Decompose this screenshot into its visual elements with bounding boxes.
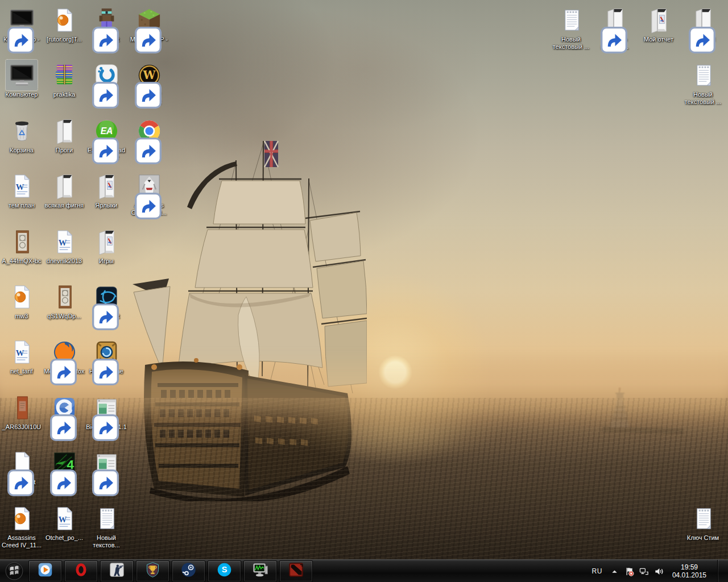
- svg-text:S: S: [222, 565, 228, 574]
- desktop-icon-folder-with-items-14[interactable]: Ярлыки: [85, 171, 127, 209]
- notepad-file-icon: [555, 5, 587, 35]
- torrent-file-icon: [6, 503, 38, 534]
- desktop-icon-white-folder-9[interactable]: Проги: [43, 115, 85, 154]
- image-thumbnail-icon: [6, 226, 38, 257]
- my-computer-icon: [6, 60, 38, 90]
- desktop-icon-white-folder-35[interactable]: отчет по практик...: [594, 5, 636, 51]
- desktop-icon-word-document-12[interactable]: Wтем план: [1, 171, 43, 209]
- battle-net-icon: [90, 281, 122, 312]
- raidcall-icon: [48, 392, 80, 423]
- show-desktop-button[interactable]: [717, 560, 722, 582]
- desktop-icon-folder-with-items-18[interactable]: Игры: [85, 226, 127, 265]
- desktop-icon-torrent-file-1[interactable]: [rutor.org]T...: [43, 5, 85, 43]
- my-computer-icon: [6, 5, 38, 35]
- opera-icon: [73, 562, 89, 580]
- taskbar-app-steam[interactable]: [172, 560, 205, 582]
- shortcut-arrow-overlay-icon: [92, 304, 100, 311]
- network-icon[interactable]: [639, 567, 649, 576]
- start-button[interactable]: [0, 560, 28, 582]
- notepad-file-icon: [687, 60, 719, 90]
- desktop-icon-notepad-file-38[interactable]: Новый текстовый ...: [682, 60, 724, 106]
- desktop-icon-iw3mp-29[interactable]: 4iw3mp - Ярлык: [43, 447, 85, 493]
- desktop-icon-notepad-file-33[interactable]: Новый текстов...: [85, 503, 127, 549]
- desktop-icon-battle-net-21[interactable]: Battle.net: [85, 281, 127, 320]
- desktop-icon-label: Новый текстовый ...: [682, 91, 724, 106]
- hearthstone-icon: [90, 336, 122, 367]
- shortcut-arrow-overlay-icon: [135, 138, 143, 146]
- trophy-game-icon: [144, 562, 161, 580]
- taskbar-app-opera[interactable]: [64, 560, 98, 582]
- desktop-icon-label: qS1WqDp...: [47, 313, 81, 320]
- blank-file-icon: [6, 447, 38, 478]
- shortcut-arrow-overlay-icon: [7, 27, 15, 35]
- volume-icon[interactable]: [654, 567, 664, 576]
- white-folder-icon: [687, 5, 719, 35]
- desktop-icon-raidcall-26[interactable]: RaidCall: [43, 392, 85, 431]
- taskbar-app-skype[interactable]: S: [208, 560, 241, 582]
- desktop-icon-word-document-17[interactable]: Wdnevnik2013: [43, 226, 85, 265]
- desktop-icon-folder-with-items-36[interactable]: Мой отчет: [638, 5, 680, 43]
- shortcut-arrow-overlay-icon: [92, 414, 100, 422]
- desktop-icon-torrent-file-19[interactable]: mw3: [1, 281, 43, 320]
- desktop-icon-blank-file-28[interactable]: Cat-A-Cat Games: [1, 447, 43, 493]
- white-folder-icon: [599, 5, 631, 35]
- desktop-icon-image-thumbnail-16[interactable]: A_44fmQX-bc: [1, 226, 43, 265]
- desktop-icon-label: Корзина: [10, 147, 34, 154]
- white-folder-icon: [48, 115, 80, 146]
- desktop-icon-image-thumbnail-20[interactable]: qS1WqDp...: [43, 281, 85, 320]
- shortcut-arrow-overlay-icon: [601, 27, 609, 35]
- desktop-icon-ea-download-manager-10[interactable]: EAEA Download Manager: [85, 115, 127, 161]
- desktop-icon-winrar-archive-5[interactable]: praktika: [43, 60, 85, 98]
- word-document-icon: W: [6, 171, 38, 201]
- desktop-icon-google-chrome-11[interactable]: Google Chrome: [128, 115, 170, 161]
- desktop-icon-my-computer-4[interactable]: Компьютер: [1, 60, 43, 98]
- desktop-icon-grass-block-3[interactable]: MinecraftSP - Ярлык: [128, 5, 170, 51]
- desktop-icon-image-orange-25[interactable]: _AR63J0I10U: [1, 392, 43, 431]
- windows-media-player-icon: [37, 562, 53, 580]
- shortcut-arrow-overlay-icon: [50, 359, 58, 367]
- shortcut-arrow-overlay-icon: [7, 469, 15, 477]
- desktop-icon-my-computer-0[interactable]: Компьютер - Ярлык: [1, 5, 43, 51]
- taskbar-app-dota-2[interactable]: [279, 560, 313, 582]
- desktop-icon-recycle-bin-8[interactable]: Корзина: [1, 115, 43, 154]
- desktop-icon-label: praktika: [53, 91, 76, 98]
- desktop-icon-white-folder-13[interactable]: всякая фигня: [43, 171, 85, 209]
- svg-text:W: W: [142, 69, 156, 82]
- desktop-icon-notepad-file-39[interactable]: Ключ Стим: [682, 503, 724, 542]
- clock-date: 04.01.2015: [672, 571, 706, 579]
- system-monitor-icon: [252, 562, 268, 580]
- taskbar-app-system-monitor[interactable]: [243, 560, 277, 582]
- desktop-icon-minecraft-character-2[interactable]: Minecraft: [85, 5, 127, 43]
- desktop-icon-mozilla-firefox-23[interactable]: Mozilla Firefox: [43, 336, 85, 375]
- taskbar-app-trophy-game[interactable]: [136, 560, 169, 582]
- torrent-file-icon: [6, 281, 38, 312]
- desktop-icon-white-folder-37[interactable]: КУРСАЧ: [682, 5, 724, 43]
- hidden-icons-arrow-icon[interactable]: [610, 567, 619, 576]
- desktop-icon-word-document-32[interactable]: WOtchet_po_...: [43, 503, 85, 542]
- language-indicator[interactable]: RU: [590, 566, 605, 577]
- desktop-icon-label: Компьютер: [6, 91, 38, 98]
- desktop-icon-world-of-warcraft-7[interactable]: WWorld of Warcraft: [128, 60, 170, 106]
- taskbar-app-counter-strike[interactable]: [100, 560, 134, 582]
- clock[interactable]: 19:59 04.01.2015: [670, 563, 709, 579]
- desktop-icon-notepad-file-34[interactable]: Новый текстовый ...: [550, 5, 592, 51]
- google-chrome-icon: [133, 115, 165, 146]
- desktop-icon-assassins-creed-15[interactable]: Assassin's Creed Brot...: [128, 171, 170, 217]
- desktop-icon-hearthstone-24[interactable]: Hearthstone: [85, 336, 127, 375]
- desktop-icon-label: Игры: [99, 257, 114, 265]
- image-thumbnail-icon: [48, 281, 80, 312]
- recycle-bin-icon: [6, 115, 38, 146]
- shortcut-arrow-overlay-icon: [92, 138, 100, 146]
- desktop-icon-label: Assassins Creed IV_11...: [1, 534, 43, 549]
- desktop-icon-torrent-file-31[interactable]: Assassins Creed IV_11...: [1, 503, 43, 549]
- action-center-flag-icon[interactable]: [624, 567, 634, 576]
- shortcut-arrow-overlay-icon: [135, 27, 143, 35]
- desktop-icon-app-window-27[interactable]: Bioshock.v 1.1: [85, 392, 127, 431]
- dota-2-icon: [288, 562, 304, 580]
- desktop-icon-app-window-30[interactable]: Zona: [85, 447, 127, 486]
- desktop-icon-label: Ярлыки: [96, 202, 118, 209]
- desktop-icon-uplay-6[interactable]: Uplay: [85, 60, 127, 98]
- shortcut-arrow-overlay-icon: [92, 469, 100, 477]
- desktop-icon-word-document-22[interactable]: Wnet_tarif: [1, 336, 43, 375]
- taskbar-app-windows-media-player[interactable]: [28, 560, 62, 582]
